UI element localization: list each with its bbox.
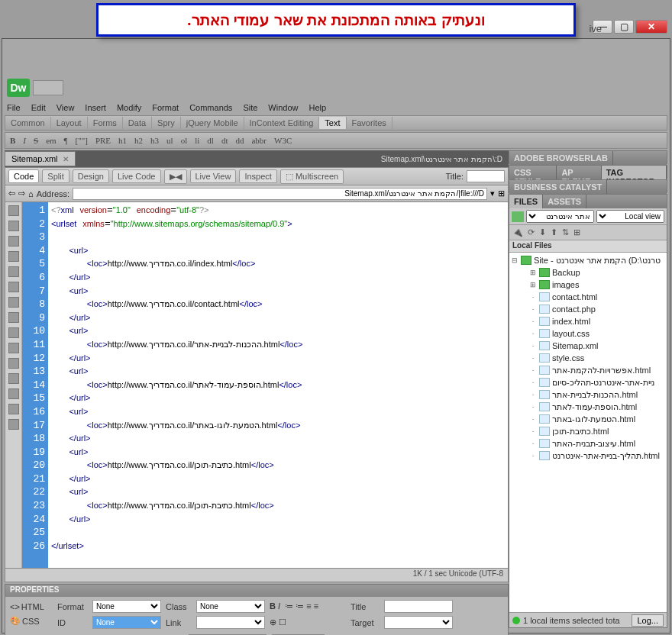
address-go-icon[interactable]: ⊞ <box>498 189 505 198</box>
live-code-button[interactable]: Live Code <box>112 169 161 183</box>
tree-item[interactable]: ·layout.css <box>511 327 665 340</box>
css-styles-tab[interactable]: CSS STYLE <box>509 166 557 179</box>
tree-item[interactable]: ·contact.php <box>511 303 665 315</box>
live-view-button[interactable]: Live View <box>190 169 237 183</box>
view-split-button[interactable]: Split <box>42 169 69 183</box>
insert-common[interactable]: Common <box>5 117 51 129</box>
tool-icon[interactable] <box>8 251 19 262</box>
menu-file[interactable]: File <box>7 103 21 112</box>
code-editor[interactable]: 1234567891011121314151617181920212223242… <box>5 202 509 569</box>
tree-item[interactable]: ⊞images <box>511 279 665 291</box>
tool-icon[interactable] <box>8 343 19 353</box>
fmt-w3c[interactable]: W3C <box>274 136 292 145</box>
fmt-italic[interactable]: I <box>23 136 26 145</box>
props-html-tab[interactable]: <> HTML <box>8 600 51 614</box>
site-select[interactable]: אתר אינטרנט <box>526 210 594 223</box>
tree-item[interactable]: ·כתיבת-תוכן.html <box>511 425 665 437</box>
fmt-ol[interactable]: ol <box>181 136 188 145</box>
tree-item[interactable]: ·index.html <box>511 315 665 327</box>
tool-icon[interactable] <box>8 236 19 247</box>
nav-icon[interactable]: ⇦ <box>8 189 15 198</box>
tool-icon[interactable] <box>8 221 19 231</box>
menu-insert[interactable]: Insert <box>85 103 106 112</box>
tool-icon[interactable] <box>8 327 19 338</box>
close-tab-icon[interactable]: ✕ <box>63 155 69 163</box>
insert-forms[interactable]: Forms <box>88 117 123 129</box>
inspect-toggle-1[interactable]: ▶◀ <box>164 169 187 184</box>
tree-item[interactable]: ·הטמעת-לוגו-באתר.html <box>511 413 665 425</box>
fmt-h3[interactable]: h3 <box>150 136 159 145</box>
tag-inspector-tab[interactable]: TAG INSPECTOR <box>602 166 667 179</box>
menu-window[interactable]: Window <box>268 103 298 112</box>
code-content[interactable]: <?xml version="1.0" encoding="utf-8"?> <… <box>48 202 508 568</box>
target-select[interactable] <box>384 616 453 629</box>
tree-item[interactable]: ·style.css <box>511 352 665 364</box>
tool-icon[interactable] <box>8 358 19 369</box>
tool-icon[interactable] <box>8 282 19 292</box>
home-icon[interactable]: ⌂ <box>28 189 34 198</box>
tree-item[interactable]: ·contact.html <box>511 291 665 303</box>
fmt-dt[interactable]: dt <box>221 136 228 145</box>
tool-icon[interactable] <box>8 419 19 430</box>
class-select[interactable]: None <box>196 600 265 613</box>
address-dropdown-icon[interactable]: ▾ <box>490 189 495 198</box>
file-tree[interactable]: ⊟Site - הקמת אתר אינטרנט (D:\טרנט ⊞Backu… <box>509 253 667 612</box>
insert-jquery[interactable]: jQuery Mobile <box>181 117 244 129</box>
fmt-dl[interactable]: dl <box>207 136 214 145</box>
insert-layout[interactable]: Layout <box>51 117 88 129</box>
tree-item[interactable]: ·Sitemap.xml <box>511 340 665 352</box>
tool-icon[interactable] <box>8 312 19 323</box>
put-icon[interactable]: ⬆ <box>551 227 557 237</box>
menu-help[interactable]: Help <box>309 103 326 112</box>
business-catalyst-panel[interactable]: BUSINESS CATALYST <box>509 180 607 194</box>
menu-commands[interactable]: Commands <box>189 103 232 112</box>
tool-icon[interactable] <box>8 388 19 399</box>
tool-icon[interactable] <box>8 205 19 216</box>
tool-icon[interactable] <box>8 297 19 308</box>
expand-icon[interactable]: ⊞ <box>573 227 580 237</box>
fmt-abbr[interactable]: abbr <box>251 136 267 145</box>
fmt-li[interactable]: li <box>195 136 199 145</box>
insert-spry[interactable]: Spry <box>152 117 181 129</box>
fmt-h2[interactable]: h2 <box>134 136 143 145</box>
log-button[interactable]: Log... <box>632 614 664 627</box>
tree-item[interactable]: ·ניית-אתר-אינטרנט-תהליכ-סיום <box>511 376 665 388</box>
document-tab[interactable]: Sitemap.xml✕ <box>5 151 76 166</box>
inspect-button[interactable]: Inspect <box>239 169 276 183</box>
tool-icon[interactable] <box>8 266 19 277</box>
address-input[interactable] <box>73 188 487 200</box>
local-files-header[interactable]: Local Files <box>509 240 667 253</box>
connect-icon[interactable]: 🔌 <box>512 227 523 237</box>
refresh-icon[interactable]: ⟳ <box>528 227 535 237</box>
tree-item[interactable]: ⊞Backup <box>511 266 665 279</box>
tree-item[interactable]: ·הוספת-עמוד-לאתר.html <box>511 401 665 413</box>
insert-text[interactable]: Text <box>319 117 346 129</box>
multiscreen-button[interactable]: ⬚ Multiscreen <box>280 169 344 184</box>
view-select[interactable]: Local view <box>596 210 664 223</box>
insert-favorites[interactable]: Favorites <box>347 117 393 129</box>
properties-header[interactable]: PROPERTIES <box>5 585 508 597</box>
fmt-blockquote[interactable]: [""] <box>76 136 88 145</box>
menu-modify[interactable]: Modify <box>117 103 141 112</box>
ap-elements-tab[interactable]: AP ELEME <box>557 166 601 179</box>
close-button[interactable]: ✕ <box>635 20 667 34</box>
maximize-button[interactable]: ▢ <box>614 20 634 34</box>
tree-item[interactable]: ·ההכנות-לבניית-אתר.html <box>511 388 665 401</box>
fmt-ul[interactable]: ul <box>166 136 173 145</box>
tree-item[interactable]: ·עיצוב-תבנית-האתר.html <box>511 437 665 450</box>
fmt-em[interactable]: em <box>46 136 56 145</box>
title-field[interactable] <box>384 600 453 613</box>
text-format-icons[interactable]: B I ≔ ≔ ≡ ≡ <box>270 601 346 611</box>
files-tab[interactable]: FILES <box>509 195 543 208</box>
link-icons[interactable]: ⊕ ☐ <box>270 617 346 627</box>
format-select[interactable]: None <box>92 600 161 613</box>
sync-icon[interactable]: ⇅ <box>562 227 569 237</box>
menu-edit[interactable]: Edit <box>31 103 46 112</box>
menu-site[interactable]: Site <box>243 103 257 112</box>
nav-icon-2[interactable]: ⇨ <box>18 189 25 198</box>
menu-format[interactable]: Format <box>152 103 179 112</box>
get-icon[interactable]: ⬇ <box>539 227 546 237</box>
tool-icon[interactable] <box>8 404 19 414</box>
tree-item[interactable]: ·אפשרויות-להקמת-אתר.html <box>511 364 665 376</box>
fmt-h1[interactable]: h1 <box>118 136 127 145</box>
